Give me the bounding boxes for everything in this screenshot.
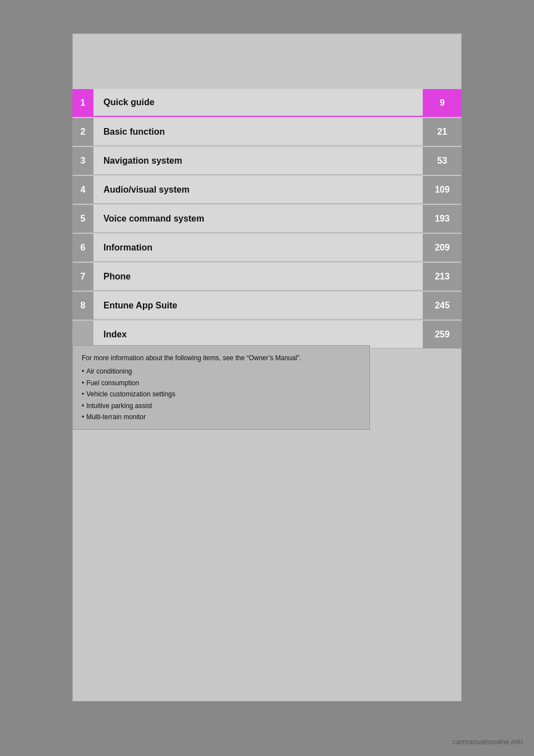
info-box-intro: For more information about the following… [82, 352, 360, 364]
toc-page-index: 259 [423, 321, 462, 348]
toc-row-3[interactable]: 3 Navigation system 53 [72, 147, 462, 175]
toc-page-5: 193 [423, 205, 462, 233]
toc-row-4[interactable]: 4 Audio/visual system 109 [72, 176, 462, 204]
toc-title-6: Information [93, 234, 423, 262]
toc-number-3: 3 [72, 147, 93, 175]
info-box-item-5: •Multi-terrain monitor [82, 411, 360, 423]
toc-title-2: Basic function [93, 118, 423, 146]
toc-row-8[interactable]: 8 Entune App Suite 245 [72, 292, 462, 320]
toc-title-7: Phone [93, 263, 423, 291]
watermark: carmanualsonline.info [453, 738, 523, 746]
toc-number-index [72, 321, 93, 348]
toc-title-8: Entune App Suite [93, 292, 423, 320]
toc-title-index: Index [93, 321, 423, 348]
toc-number-2: 2 [72, 118, 93, 146]
toc-page-7: 213 [423, 263, 462, 291]
info-box-item-4: •Intuitive parking assist [82, 400, 360, 411]
toc-container: 1 Quick guide 9 2 Basic function 21 3 Na… [72, 89, 462, 350]
toc-row-1[interactable]: 1 Quick guide 9 [72, 89, 462, 117]
toc-title-3: Navigation system [93, 147, 423, 175]
toc-row-2[interactable]: 2 Basic function 21 [72, 118, 462, 146]
toc-number-5: 5 [72, 205, 93, 233]
toc-page-3: 53 [423, 147, 462, 175]
toc-title-1: Quick guide [93, 89, 423, 117]
toc-page-4: 109 [423, 176, 462, 204]
toc-page-1: 9 [423, 89, 462, 117]
toc-page-6: 209 [423, 234, 462, 262]
toc-row-index[interactable]: Index 259 [72, 321, 462, 348]
toc-title-5: Voice command system [93, 205, 423, 233]
toc-number-8: 8 [72, 292, 93, 320]
toc-number-7: 7 [72, 263, 93, 291]
toc-row-6[interactable]: 6 Information 209 [72, 234, 462, 262]
toc-row-7[interactable]: 7 Phone 213 [72, 263, 462, 291]
toc-title-4: Audio/visual system [93, 176, 423, 204]
toc-number-1: 1 [72, 89, 93, 117]
info-box-item-2: •Fuel consumption [82, 377, 360, 389]
toc-page-2: 21 [423, 118, 462, 146]
toc-number-6: 6 [72, 234, 93, 262]
info-box: For more information about the following… [72, 345, 370, 430]
toc-page-8: 245 [423, 292, 462, 320]
info-box-item-1: •Air conditioning [82, 366, 360, 377]
info-box-item-3: •Vehicle customization settings [82, 389, 360, 400]
toc-number-4: 4 [72, 176, 93, 204]
toc-row-5[interactable]: 5 Voice command system 193 [72, 205, 462, 233]
